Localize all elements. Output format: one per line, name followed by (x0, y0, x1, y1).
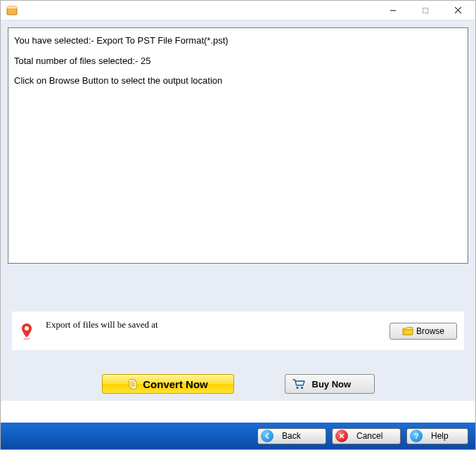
info-line-instruction: Click on Browse Button to select the out… (14, 75, 462, 86)
back-arrow-icon (261, 430, 274, 442)
folder-icon (402, 326, 413, 336)
wizard-window: You have selected:- Export To PST File F… (0, 0, 476, 450)
browse-label: Browse (416, 326, 444, 336)
actions-row: Convert Now Buy Now (1, 350, 475, 401)
help-label: Help (427, 431, 468, 441)
cancel-button[interactable]: Cancel (332, 428, 401, 444)
convert-now-button[interactable]: Convert Now (102, 374, 234, 394)
browse-button[interactable]: Browse (390, 323, 457, 340)
back-label: Back (278, 431, 326, 441)
info-line-format: You have selected:- Export To PST File F… (14, 35, 462, 46)
svg-point-13 (296, 387, 298, 389)
help-question-icon: ? (410, 430, 423, 442)
close-button[interactable] (442, 1, 474, 20)
save-section: Export of files will be saved at Browse (1, 311, 475, 350)
svg-rect-1 (7, 6, 17, 8)
svg-rect-3 (423, 8, 428, 13)
info-line-count: Total number of files selected:- 25 (14, 56, 462, 67)
buy-label: Buy Now (312, 379, 352, 390)
location-pin-icon (19, 322, 34, 340)
info-panel: You have selected:- Export To PST File F… (8, 27, 468, 264)
bottom-bar: Back Cancel ? Help (1, 423, 475, 449)
cancel-label: Cancel (352, 431, 400, 441)
cancel-x-icon (335, 430, 348, 442)
minimize-button[interactable] (377, 1, 409, 20)
svg-point-7 (23, 338, 30, 339)
save-row: Export of files will be saved at Browse (12, 311, 464, 350)
svg-point-6 (25, 326, 29, 330)
titlebar (1, 1, 475, 20)
maximize-button[interactable] (409, 1, 442, 20)
app-icon (6, 5, 18, 16)
convert-label: Convert Now (143, 378, 208, 390)
buy-now-button[interactable]: Buy Now (285, 374, 375, 394)
spacer (1, 268, 475, 311)
cart-icon (292, 378, 305, 390)
convert-icon (127, 378, 139, 390)
back-button[interactable]: Back (257, 428, 326, 444)
help-button[interactable]: ? Help (406, 428, 468, 444)
svg-point-14 (300, 387, 302, 389)
svg-rect-9 (131, 381, 136, 389)
client-area: You have selected:- Export To PST File F… (1, 20, 475, 268)
save-location-label: Export of files will be saved at (46, 311, 378, 330)
